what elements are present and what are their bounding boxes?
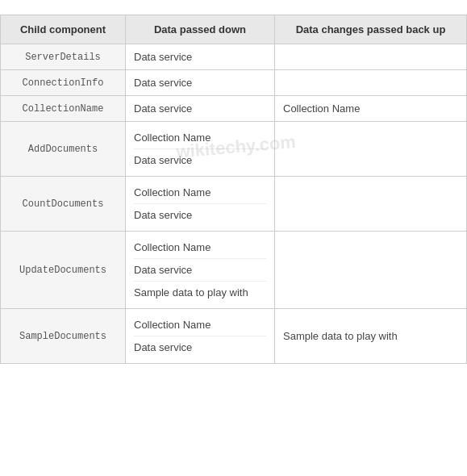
child-component-cell: SampleDocuments xyxy=(1,309,126,364)
data-passed-back-cell xyxy=(275,177,467,232)
child-component-cell: UpdateDocuments xyxy=(1,232,126,309)
table-row: CollectionNameData serviceCollection Nam… xyxy=(1,96,467,122)
child-component-cell: CountDocuments xyxy=(1,177,126,232)
data-passed-back-cell: Sample data to play with xyxy=(275,309,467,364)
data-passed-down-cell: Data service xyxy=(126,44,275,70)
child-component-cell: AddDocuments xyxy=(1,122,126,177)
table-row: CountDocumentsCollection NameData servic… xyxy=(1,177,467,232)
data-passed-back-cell xyxy=(275,44,467,70)
table-row: UpdateDocumentsCollection NameData servi… xyxy=(1,232,467,309)
table-row: ConnectionInfoData service xyxy=(1,70,467,96)
table-row: SampleDocumentsCollection NameData servi… xyxy=(1,309,467,364)
data-passed-down-cell: Collection NameData service xyxy=(126,177,275,232)
data-passed-down-cell: Data service xyxy=(126,70,275,96)
data-passed-back-cell: Collection Name xyxy=(275,96,467,122)
child-component-cell: ConnectionInfo xyxy=(1,70,126,96)
col-header-passed-down: Data passed down xyxy=(126,15,275,44)
child-component-cell: ServerDetails xyxy=(1,44,126,70)
col-header-child: Child component xyxy=(1,15,126,44)
data-passed-back-cell xyxy=(275,232,467,309)
data-flow-table: Child component Data passed down Data ch… xyxy=(0,15,467,364)
data-passed-back-cell xyxy=(275,70,467,96)
table-row: ServerDetailsData service xyxy=(1,44,467,70)
data-passed-back-cell xyxy=(275,122,467,177)
child-component-cell: CollectionName xyxy=(1,96,126,122)
table-row: AddDocumentsCollection NameData servicew… xyxy=(1,122,467,177)
data-passed-down-cell: Collection NameData service xyxy=(126,309,275,364)
data-passed-down-cell: Collection NameData serviceSample data t… xyxy=(126,232,275,309)
col-header-passed-back: Data changes passed back up xyxy=(275,15,467,44)
page-title xyxy=(0,0,467,15)
data-passed-down-cell: Collection NameData servicewikitechy.com xyxy=(126,122,275,177)
data-passed-down-cell: Data service xyxy=(126,96,275,122)
